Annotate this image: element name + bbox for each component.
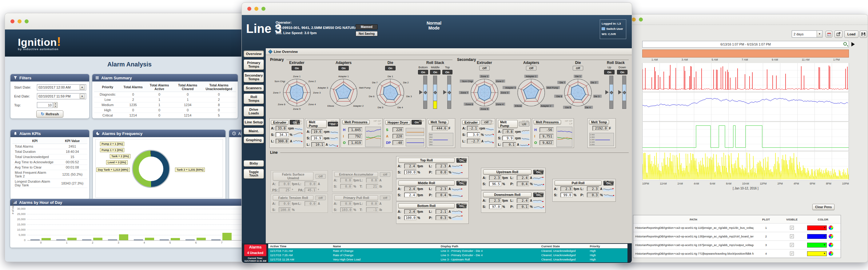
melt-pressures-button[interactable]: Melt Pressures [534, 120, 561, 124]
alarm-row[interactable]: 11/17/15 7:21 AMRate of ChangeLine 3 - P… [268, 248, 627, 253]
minimize-button[interactable] [18, 19, 22, 23]
date-range-bar[interactable]: 6/13/16 1:07 PM - 6/15/16 1:07 PM [642, 41, 849, 48]
color-wheel-icon[interactable] [829, 251, 833, 256]
roll-bottom-on-button[interactable]: On [418, 70, 428, 74]
value-box[interactable]: 97.0 [489, 204, 501, 209]
die-power-button[interactable]: On [385, 66, 395, 70]
end-date-input[interactable]: 02/10/2017 11:59 PM▼ [37, 93, 86, 99]
minimize-button[interactable] [632, 18, 636, 22]
refresh-button[interactable]: ↻Refresh [36, 111, 64, 117]
extruder-power-button[interactable]: Off [479, 66, 490, 70]
dropdown-arrow-icon[interactable]: ▼ [817, 31, 822, 37]
alarm-row[interactable]: 11/17/15 7:25 AMRate of ChangeLine 3 - P… [268, 253, 627, 257]
save-button[interactable] [860, 30, 867, 38]
melt-temp-button[interactable]: Melt Temp [429, 120, 448, 124]
bottom-roll-button[interactable]: Bottom Roll [398, 203, 455, 208]
sidebar-item-scanners[interactable]: Scanners [244, 85, 264, 91]
pen-row[interactable]: HistorianReportingDB/Ignition+ca3-vp-ace… [633, 223, 841, 232]
visible-checkbox[interactable]: ✓ [790, 234, 794, 238]
alarm-row[interactable]: 11/17/15 11:28 AMVery High Drive LoadLin… [268, 257, 627, 261]
adapters-power-button[interactable]: Off [526, 66, 536, 70]
pen-row[interactable]: HistorianReportingDB/Ignition+ca3-vp-ace… [633, 249, 841, 258]
close-button[interactable] [10, 19, 14, 23]
adapters-power-button[interactable]: On [338, 66, 348, 70]
value-box[interactable]: 100.0 [404, 215, 416, 220]
top-roll-button[interactable]: Top Roll [398, 158, 455, 163]
start-date-input[interactable]: 02/10/2017 12:00 AM▼ [37, 84, 86, 90]
upstream-roll-button[interactable]: Upstream Roll [483, 170, 531, 174]
power-toggle[interactable]: Off [380, 196, 390, 200]
switch-user-button[interactable]: Switch User [601, 26, 624, 31]
middle-roll-button[interactable]: Middle Roll [398, 181, 455, 185]
roll-position-slider[interactable] [609, 76, 613, 109]
visible-checkbox[interactable]: ✓ [790, 243, 794, 247]
value-box[interactable]: 16.9 [311, 136, 323, 141]
dropdown-arrow-icon[interactable]: ▼ [80, 94, 85, 99]
zoom-magnifier-icon[interactable] [843, 42, 847, 46]
primary-pull-roll-button[interactable]: Primary Pull Roll [334, 195, 378, 200]
zoom-button[interactable] [25, 19, 29, 23]
color-swatch-dropdown[interactable]: ▼ [807, 234, 827, 239]
alarms-badge[interactable]: Alarms 4 Unacked [244, 244, 267, 256]
sidebar-item-graphing[interactable]: Graphing [244, 137, 264, 143]
color-swatch-dropdown[interactable]: ▼ [807, 226, 827, 230]
sidebar-item-secondary-temps[interactable]: Secondary Temps [244, 72, 264, 82]
not-saving-button[interactable]: Not Saving [355, 31, 378, 36]
value-box[interactable]: 9.9 [502, 136, 514, 141]
melt-pump-button[interactable]: Melt Pump [498, 120, 518, 128]
extruder-button[interactable]: Extruder [271, 120, 288, 124]
roll-middle-on-button[interactable]: On [430, 70, 440, 74]
value-box[interactable]: 96.5 [489, 181, 501, 186]
roll-position-slider[interactable] [433, 76, 437, 109]
value-box[interactable]: 100.0 [404, 170, 416, 175]
hopper-dryer-button[interactable]: Hopper Dryer [385, 120, 410, 124]
color-wheel-icon[interactable] [829, 243, 833, 247]
extruder-button[interactable]: Extruder [462, 120, 480, 124]
pen-row[interactable]: HistorianReportingDB/Ignition+ca0-vp-ace… [633, 240, 841, 249]
sidebar-item-drive-loads[interactable]: Drive Loads [244, 106, 264, 117]
visible-checkbox[interactable]: ✓ [790, 226, 794, 230]
roll-position-slider[interactable] [423, 76, 427, 109]
value-box[interactable]: 3.0 [467, 132, 480, 137]
range-select[interactable]: 2 days ▼ [792, 30, 823, 37]
roll-position-slider[interactable] [622, 76, 626, 109]
pull-roll-button[interactable]: Pull Roll [555, 181, 601, 185]
top-count-input[interactable]: 10 [37, 102, 53, 108]
roll-down-on-button[interactable]: On [617, 70, 627, 74]
roll-position-slider[interactable] [447, 76, 451, 109]
roll-up-on-button[interactable]: On [604, 70, 614, 74]
melt-pressures-button[interactable]: Melt Pressures [342, 120, 370, 124]
minimize-button[interactable] [254, 7, 258, 11]
die-power-button[interactable]: Off [573, 66, 583, 70]
zoom-button[interactable] [639, 18, 643, 22]
melt-temp-button[interactable]: Melt Temp [589, 120, 609, 124]
range-overview-band[interactable] [642, 50, 849, 58]
extruder-power-button[interactable]: On [291, 66, 302, 70]
roll-top-on-button[interactable]: On [442, 70, 453, 74]
value-box[interactable]: 99.0 [560, 192, 573, 198]
manned-button[interactable]: Manned [355, 24, 378, 30]
fabric-surface-unwind-button[interactable]: Fabric Surface Unwind [273, 172, 313, 181]
calendar-button[interactable] [826, 31, 832, 37]
visible-checkbox[interactable]: ✓ [790, 251, 794, 256]
export-button[interactable] [835, 30, 842, 38]
value-box[interactable]: 2.4 [404, 192, 416, 198]
downstream-roll-button[interactable]: Downstream Roll [483, 192, 531, 197]
color-wheel-icon[interactable] [829, 234, 833, 239]
spinner-buttons[interactable]: ▲▼ [54, 102, 58, 108]
sidebar-item-maint-[interactable]: Maint. [244, 128, 264, 134]
power-toggle[interactable]: Off [380, 172, 390, 177]
power-toggle[interactable]: Off [315, 174, 326, 179]
color-swatch-dropdown[interactable]: ▼ [807, 243, 827, 247]
play-arrow-icon[interactable] [851, 42, 855, 47]
close-button[interactable] [247, 7, 251, 11]
entrance-accumulator-button[interactable]: Entrance Accumulator [334, 172, 378, 177]
clear-pens-button[interactable]: Clear Pens [812, 204, 835, 210]
color-swatch-dropdown[interactable]: ▼ [807, 251, 827, 256]
sidebar-item-line-setup[interactable]: Line Setup [244, 119, 264, 125]
line-overview-tab[interactable]: Line Overview [266, 48, 632, 55]
load-button[interactable]: Load [844, 30, 859, 38]
sidebar-item-roll-temps[interactable]: Roll Temps [244, 93, 264, 104]
power-toggle[interactable]: Off [315, 196, 326, 200]
sidebar-item-overview[interactable]: Overview [244, 51, 264, 57]
